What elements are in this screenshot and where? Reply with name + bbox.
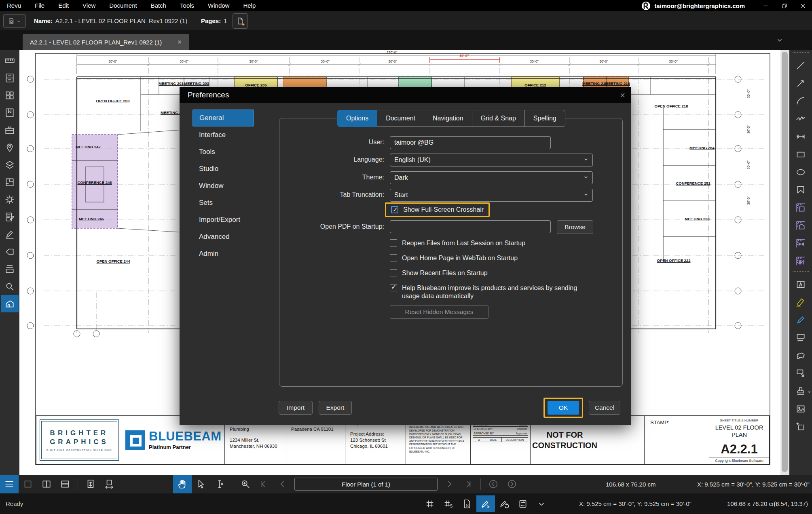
pref-tab-grid-snap[interactable]: Grid & Snap: [472, 110, 525, 127]
line-tool-icon[interactable]: [790, 57, 811, 74]
snap-to-content-icon[interactable]: S: [458, 495, 476, 512]
pen-tool-icon[interactable]: [790, 311, 811, 329]
import-button[interactable]: Import: [279, 401, 313, 415]
tab-truncation-select[interactable]: Start: [390, 189, 593, 202]
count-measure-tool-icon[interactable]: [790, 252, 811, 270]
places-panel-icon[interactable]: [1, 139, 19, 156]
tool-chest-panel-icon[interactable]: [1, 121, 19, 139]
links-panel-icon[interactable]: [1, 243, 19, 260]
checkbox[interactable]: [390, 239, 397, 246]
menu-document[interactable]: Document: [102, 0, 144, 11]
reuse-markup-icon[interactable]: [495, 495, 514, 512]
pref-nav-advanced[interactable]: Advanced: [192, 228, 254, 245]
measurements-panel-icon[interactable]: [1, 52, 19, 69]
tab-list-chevron-icon[interactable]: [775, 36, 784, 46]
select-tool-icon[interactable]: [192, 475, 210, 493]
checkbox[interactable]: [390, 254, 397, 261]
length-measure-tool-icon[interactable]: [790, 234, 811, 252]
close-button[interactable]: [793, 0, 812, 11]
fit-width-icon[interactable]: [100, 475, 118, 493]
markups-panel-icon[interactable]: [1, 208, 19, 225]
file-access-panel-icon[interactable]: [1, 69, 19, 86]
theme-select[interactable]: Dark: [390, 171, 593, 184]
select-text-tool-icon[interactable]: [210, 475, 229, 493]
menu-window[interactable]: Window: [201, 0, 236, 11]
page-label-field[interactable]: Floor Plan (1 of 1): [294, 478, 438, 491]
pref-nav-sets[interactable]: Sets: [192, 194, 254, 211]
pref-nav-import-export[interactable]: Import/Export: [192, 211, 254, 228]
spaces-panel-icon[interactable]: [1, 173, 19, 191]
layers-panel-icon[interactable]: [1, 156, 19, 173]
sets-panel-icon[interactable]: [1, 260, 19, 278]
single-page-view-icon[interactable]: [19, 475, 37, 493]
previous-view-icon[interactable]: [484, 475, 503, 493]
text-box-tool-icon[interactable]: [790, 276, 811, 293]
pref-nav-window[interactable]: Window: [192, 177, 254, 194]
browse-button[interactable]: Browse: [557, 220, 593, 234]
vertical-scrollbar[interactable]: [780, 50, 789, 475]
new-page-button[interactable]: +: [233, 13, 248, 29]
properties-panel-icon[interactable]: [1, 191, 19, 208]
fit-page-icon[interactable]: [81, 475, 100, 493]
restore-button[interactable]: [775, 0, 793, 11]
area-measure-tool-icon[interactable]: [790, 199, 811, 217]
language-select[interactable]: English (UK): [390, 154, 593, 166]
next-view-icon[interactable]: [503, 475, 521, 493]
snap-to-markup-icon[interactable]: S: [476, 495, 495, 512]
polygon-tool-icon[interactable]: [790, 181, 811, 199]
tab-close-icon[interactable]: [176, 38, 184, 46]
menu-view[interactable]: View: [76, 0, 102, 11]
snap-to-grid-icon[interactable]: S: [439, 495, 458, 512]
crosshair-checkbox[interactable]: [391, 206, 398, 213]
ok-button[interactable]: OK: [548, 401, 579, 415]
search-panel-icon[interactable]: [1, 278, 19, 295]
callout-arrow-tool-icon[interactable]: [790, 364, 811, 382]
synchronize-views-icon[interactable]: [514, 495, 532, 512]
ellipse-tool-icon[interactable]: [790, 163, 811, 181]
polyline-tool-icon[interactable]: [790, 110, 811, 128]
export-button[interactable]: Export: [319, 401, 352, 415]
split-view-vertical-icon[interactable]: [37, 475, 56, 493]
panel-menu-icon[interactable]: [0, 475, 19, 493]
pref-nav-interface[interactable]: Interface: [192, 126, 254, 143]
status-options-icon[interactable]: [532, 495, 551, 512]
pref-tab-document[interactable]: Document: [377, 110, 424, 127]
bookmarks-panel-icon[interactable]: [1, 104, 19, 121]
pref-tab-options[interactable]: Options: [337, 110, 377, 127]
menu-edit[interactable]: Edit: [51, 0, 76, 11]
thumbnails-panel-icon[interactable]: [1, 86, 19, 104]
last-page-icon[interactable]: [459, 475, 477, 493]
user-field[interactable]: [390, 136, 551, 149]
pref-nav-studio[interactable]: Studio: [192, 160, 254, 177]
split-view-horizontal-icon[interactable]: [56, 475, 74, 493]
next-page-icon[interactable]: [440, 475, 459, 493]
scrollbar-thumb[interactable]: [782, 52, 788, 472]
stamp-tool-icon[interactable]: [790, 382, 811, 400]
minimize-button[interactable]: [756, 0, 775, 11]
zoom-tool-icon[interactable]: [236, 475, 255, 493]
arc-tool-icon[interactable]: [790, 92, 811, 110]
checkbox[interactable]: [390, 284, 397, 291]
cloud-tool-icon[interactable]: [790, 347, 811, 364]
snapshot-tool-icon[interactable]: [790, 418, 811, 436]
previous-page-icon[interactable]: [273, 475, 292, 493]
arrow-tool-icon[interactable]: [790, 74, 811, 92]
pref-tab-spelling[interactable]: Spelling: [524, 110, 565, 127]
menu-revu[interactable]: Revu: [0, 0, 28, 11]
model-panel-icon[interactable]: [1, 295, 19, 312]
pan-tool-icon[interactable]: [173, 475, 192, 493]
menu-batch[interactable]: Batch: [144, 0, 173, 11]
pref-nav-general[interactable]: General: [192, 110, 254, 126]
dialog-title-bar[interactable]: Preferences: [180, 87, 631, 103]
cancel-button[interactable]: Cancel: [589, 401, 620, 415]
reset-hidden-messages-button[interactable]: Reset Hidden Messages: [390, 305, 488, 319]
image-tool-icon[interactable]: [790, 400, 811, 418]
highlight-tool-icon[interactable]: [790, 293, 811, 311]
pref-nav-tools[interactable]: Tools: [192, 143, 254, 160]
menu-help[interactable]: Help: [236, 0, 262, 11]
callout-tool-icon[interactable]: [790, 329, 811, 347]
checkbox[interactable]: [390, 269, 397, 276]
dimension-tool-icon[interactable]: [790, 128, 811, 145]
show-grid-icon[interactable]: [421, 495, 439, 512]
rectangle-tool-icon[interactable]: [790, 145, 811, 163]
